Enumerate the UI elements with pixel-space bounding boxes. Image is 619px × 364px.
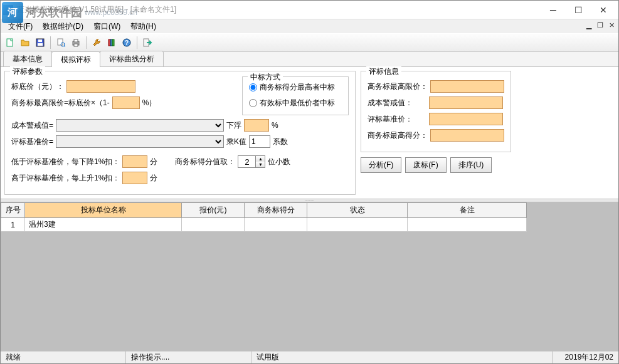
svg-rect-7 bbox=[74, 39, 78, 42]
exit-button[interactable] bbox=[140, 36, 154, 49]
tab-strip: 基本信息 模拟评标 评标曲线分析 bbox=[1, 52, 618, 67]
svg-rect-2 bbox=[38, 43, 43, 46]
group-bid-params: 评标参数 标底价（元）： 商务标最高限价=标底价×（1- %） 中标方式 bbox=[4, 71, 356, 195]
svg-rect-11 bbox=[112, 39, 114, 46]
main-panel: 评标参数 标底价（元）： 商务标最高限价=标底价×（1- %） 中标方式 bbox=[1, 67, 618, 351]
toolbar: ? bbox=[1, 33, 618, 52]
decimal-value-input[interactable] bbox=[238, 155, 255, 168]
minimize-button[interactable]: ─ bbox=[541, 1, 566, 19]
percent-label-1: % bbox=[272, 121, 278, 130]
menu-help[interactable]: 帮助(H) bbox=[125, 20, 161, 33]
cell-price[interactable] bbox=[182, 218, 245, 232]
info-max-limit-field[interactable] bbox=[430, 80, 504, 93]
fen-2: 分 bbox=[150, 173, 157, 184]
decimal-spinner[interactable]: ▲▼ bbox=[238, 155, 265, 168]
score-decimal-label: 商务标得分值取： bbox=[175, 157, 235, 167]
col-bidder-name[interactable]: 投标单位名称 bbox=[25, 203, 182, 218]
max-limit-suffix: %） bbox=[142, 98, 157, 108]
help-button[interactable]: ? bbox=[120, 36, 134, 49]
print-button[interactable] bbox=[69, 36, 83, 49]
new-file-button[interactable] bbox=[3, 36, 17, 49]
radio-highest-score[interactable]: 商务标得分最高者中标 bbox=[249, 82, 342, 93]
info-benchmark-field[interactable] bbox=[429, 113, 503, 125]
table-row[interactable]: 1 温州3建 bbox=[1, 218, 527, 232]
base-price-label: 标底价（元）： bbox=[11, 81, 64, 92]
benchmark-select[interactable] bbox=[56, 135, 224, 148]
info-max-score-label: 商务标最高得分： bbox=[368, 130, 428, 141]
above-benchmark-label: 高于评标基准价，每上升1%扣： bbox=[11, 173, 120, 184]
info-cost-warn-field[interactable] bbox=[429, 96, 503, 109]
info-max-score-field[interactable] bbox=[430, 129, 504, 142]
bid-params-legend: 评标参数 bbox=[10, 66, 45, 77]
col-status[interactable]: 状态 bbox=[307, 203, 408, 218]
cost-warn-select[interactable] bbox=[56, 119, 224, 132]
cell-score[interactable] bbox=[245, 218, 307, 232]
cell-status[interactable] bbox=[307, 218, 408, 232]
max-limit-pct-input[interactable] bbox=[112, 96, 140, 109]
tab-curve-analysis[interactable]: 评标曲线分析 bbox=[100, 51, 164, 66]
close-button[interactable]: ✕ bbox=[591, 1, 616, 19]
max-limit-label: 商务标最高限价=标底价×（1- bbox=[11, 98, 110, 108]
action-buttons: 分析(F) 废标(F) 排序(U) bbox=[361, 156, 511, 174]
radio-lowest-price-input[interactable] bbox=[249, 99, 257, 107]
down-float-label: 下浮 bbox=[226, 120, 241, 131]
sort-button[interactable]: 排序(U) bbox=[450, 157, 492, 173]
group-bid-info: 评标信息 高务标最高限价： 成本警戒值： 评标基准价： 商务标最高得分： bbox=[361, 71, 511, 152]
col-price[interactable]: 报价(元) bbox=[182, 203, 245, 218]
bidder-table: 序号 投标单位名称 报价(元) 商务标得分 状态 备注 1 温州3建 bbox=[1, 202, 527, 232]
spin-down-icon[interactable]: ▼ bbox=[256, 162, 265, 167]
cost-warn-label: 成本警戒值= bbox=[11, 120, 53, 131]
coef-label: 系数 bbox=[273, 137, 288, 147]
menu-file[interactable]: 文件(F) bbox=[3, 20, 38, 33]
waste-bid-button[interactable]: 废标(F) bbox=[405, 157, 446, 173]
svg-rect-8 bbox=[74, 44, 78, 46]
tab-simulate-bid[interactable]: 模拟评标 bbox=[51, 51, 100, 67]
status-date: 2019年12月02 bbox=[560, 351, 618, 363]
tool-wrench-button[interactable] bbox=[90, 36, 103, 49]
down-float-input[interactable] bbox=[244, 119, 269, 132]
window-title: 蓝光模拟评标系统 V1.58试用版] - [未命名文件1] bbox=[17, 4, 541, 15]
menu-window[interactable]: 窗口(W) bbox=[88, 20, 125, 33]
decimal-suffix: 位小数 bbox=[268, 157, 290, 167]
cell-name[interactable]: 温州3建 bbox=[25, 218, 182, 232]
window-titlebar: 蓝光模拟评标系统 V1.58试用版] - [未命名文件1] ─ ☐ ✕ bbox=[1, 1, 618, 19]
app-icon bbox=[3, 5, 13, 15]
cell-note[interactable] bbox=[408, 218, 527, 232]
tab-basic-info[interactable]: 基本信息 bbox=[3, 51, 52, 66]
spin-up-icon[interactable]: ▲ bbox=[256, 156, 265, 162]
k-value-input[interactable] bbox=[249, 135, 270, 148]
svg-text:?: ? bbox=[125, 39, 129, 46]
cell-idx: 1 bbox=[1, 218, 25, 232]
group-bid-method: 中标方式 商务标得分最高者中标 有效标中最低价者中标 bbox=[242, 76, 349, 115]
radio-highest-score-input[interactable] bbox=[249, 83, 257, 91]
svg-rect-0 bbox=[7, 39, 13, 46]
col-note[interactable]: 备注 bbox=[408, 203, 527, 218]
print-preview-button[interactable] bbox=[54, 36, 68, 49]
info-cost-warn-label: 成本警戒值： bbox=[368, 98, 413, 108]
col-index[interactable]: 序号 bbox=[1, 203, 25, 218]
benchmark-label: 评标基准价= bbox=[11, 137, 53, 147]
mdi-minimize-icon[interactable]: ▁ bbox=[585, 21, 593, 29]
status-trial: 试用版 bbox=[251, 351, 553, 363]
menu-bar: 文件(F) 数据维护(D) 窗口(W) 帮助(H) ▁ ❐ ✕ bbox=[1, 19, 618, 33]
base-price-input[interactable] bbox=[66, 80, 135, 93]
mdi-restore-icon[interactable]: ❐ bbox=[596, 21, 605, 29]
mdi-close-icon[interactable]: ✕ bbox=[607, 21, 616, 29]
info-benchmark-label: 评标基准价： bbox=[368, 114, 413, 125]
maximize-button[interactable]: ☐ bbox=[566, 1, 591, 19]
below-benchmark-label: 低于评标基准价，每下降1%扣： bbox=[11, 157, 120, 167]
below-deduct-input[interactable] bbox=[122, 155, 147, 168]
save-button[interactable] bbox=[33, 36, 47, 49]
bid-method-legend: 中标方式 bbox=[248, 72, 283, 83]
above-deduct-input[interactable] bbox=[122, 172, 147, 184]
open-file-button[interactable] bbox=[18, 36, 32, 49]
info-max-limit-label: 高务标最高限价： bbox=[368, 81, 428, 92]
books-button[interactable] bbox=[105, 36, 119, 49]
radio-lowest-price[interactable]: 有效标中最低价者中标 bbox=[249, 98, 342, 108]
analyze-button[interactable]: 分析(F) bbox=[361, 157, 401, 173]
status-ready: 就绪 bbox=[1, 351, 126, 363]
status-hint: 操作提示.... bbox=[126, 351, 251, 363]
fen-1: 分 bbox=[150, 157, 157, 167]
menu-data-maintain[interactable]: 数据维护(D) bbox=[38, 20, 88, 33]
col-score[interactable]: 商务标得分 bbox=[245, 203, 307, 218]
